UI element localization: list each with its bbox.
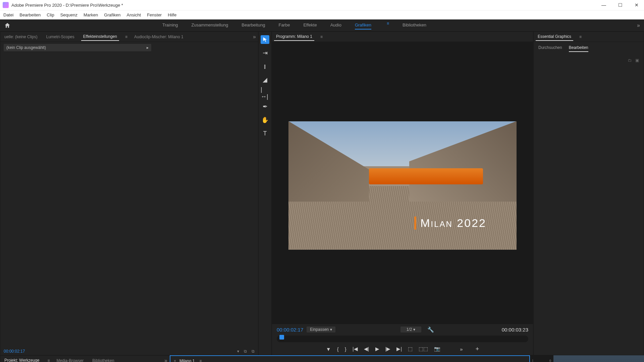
menubar: DateiBearbeitenClipSequenzMarkenGrafiken… [0,10,644,19]
no-clip-message: (kein Clip ausgewählt) ▸ [4,44,151,51]
sequence-name[interactable]: Milano 1 [179,359,195,362]
source-tab[interactable]: Effekteinstellungen [81,33,119,41]
workspace-bearbeitung[interactable]: Bearbeitung [241,21,265,29]
project-tab[interactable]: Projekt: Werkzeuge [2,357,42,362]
workspace-training[interactable]: Training [162,21,178,29]
meter-scale: |0 [532,359,551,362]
step-fwd-icon[interactable]: ⧉ [252,349,255,354]
mark-in-button[interactable]: { [337,346,339,352]
menu-clip[interactable]: Clip [47,12,54,17]
selection-tool[interactable] [261,35,269,44]
source-panel: uelle: (keine Clips)Lumetri-ScopesEffekt… [0,32,258,355]
button-editor[interactable]: + [476,346,479,353]
essential-graphics-tab[interactable]: Essential Graphics [536,33,573,41]
menu-datei[interactable]: Datei [3,12,13,17]
workspace-effekte[interactable]: Effekte [303,21,317,29]
menu-fenster[interactable]: Fenster [147,12,162,17]
folder-icon[interactable]: 🗀 [628,58,632,63]
step-back-icon[interactable]: ⧉ [244,349,247,354]
minimize-button[interactable]: — [599,2,609,8]
hand-tool[interactable]: ✋ [261,116,269,124]
fit-dropdown[interactable]: Einpassen ▾ [307,326,335,333]
settings-icon[interactable]: 🔧 [427,326,434,333]
track-select-tool[interactable]: ⇥ [261,49,269,57]
program-timecode-in[interactable]: 00:00:02:17 [277,327,303,333]
workspace-audio[interactable]: Audio [330,21,341,29]
window-title: Adobe Premiere Pro 2020 - D:\Premiere Pr… [11,3,123,8]
program-timecode-out: 00:00:03:23 [502,327,528,333]
razor-tool[interactable]: ◢ [261,75,269,84]
button-editor-overflow[interactable]: » [460,346,463,352]
video-preview[interactable]: Milan 2022 [288,121,517,250]
step-forward-button[interactable]: |▶ [385,346,391,352]
menu-bearbeiten[interactable]: Bearbeiten [19,12,41,17]
expand-icon[interactable]: ▸ [147,45,149,50]
menu-marken[interactable]: Marken [84,12,98,17]
maximize-button[interactable]: ☐ [615,2,625,8]
essential-graphics-panel: Essential Graphics ≡ DurchsuchenBearbeit… [533,32,644,355]
project-tab[interactable]: Media-Browser [55,357,86,362]
mark-out-button[interactable]: } [345,346,346,352]
titlebar: Adobe Premiere Pro 2020 - D:\Premiere Pr… [0,0,644,10]
source-tab[interactable]: Lumetri-Scopes [44,33,76,41]
timeline-panel: × Milano 1 ≡ 00:00:02:17 ⬡ ∩ ▼ ▾ 🔧 🔒 V6 … [170,355,530,362]
menu-sequenz[interactable]: Sequenz [60,12,77,17]
layer-icon[interactable]: ▣ [635,58,639,63]
go-to-in-button[interactable]: |◀ [353,346,358,352]
workspace-zusammenstellung[interactable]: Zusammenstellung [191,21,228,29]
tools-panel: ⇥ ⫿ ◢ |↔| ✒ ✋ T [258,32,272,355]
eg-tab-durchsuchen[interactable]: Durchsuchen [538,45,562,52]
source-tab[interactable]: uelle: (keine Clips) [2,33,40,41]
panel-menu-icon[interactable]: ≡ [579,35,582,39]
type-tool[interactable]: T [261,129,269,138]
ripple-edit-tool[interactable]: ⫿ [261,62,269,71]
webcam-overlay [553,355,644,362]
project-tab[interactable]: Bibliotheken [90,357,116,362]
title-graphic: Milan 2022 [414,217,486,230]
panel-menu-icon[interactable]: ≡ [48,358,50,362]
lift-button[interactable]: ⬚ [408,346,413,352]
source-timecode[interactable]: 00:00:02:17 [4,349,25,354]
source-tab[interactable]: Audioclip-Mischer: Milano 1 [132,33,185,41]
filter-icon[interactable]: ▾ [237,349,239,354]
program-scrubber[interactable] [277,336,528,342]
panel-overflow[interactable]: » [164,358,167,362]
eg-tab-bearbeiten[interactable]: Bearbeiten [569,45,588,52]
play-button[interactable]: ▶ [375,346,379,352]
menu-ansicht[interactable]: Ansicht [126,12,141,17]
close-button[interactable]: ✕ [632,2,641,8]
slip-tool[interactable]: |↔| [261,89,269,98]
menu-grafiken[interactable]: Grafiken [104,12,120,17]
workspace-grafiken[interactable]: Grafiken [355,21,371,29]
audio-meters: |0|-6|-12|-18|-24|-30|-36|-42|-48|-54|--… [530,355,553,362]
extract-button[interactable]: ⬚⬚ [419,346,428,352]
panel-menu-icon[interactable]: ≡ [320,35,323,39]
menu-hilfe[interactable]: Hilfe [168,12,176,17]
workspace-bibliotheken[interactable]: Bibliotheken [402,21,426,29]
step-back-button[interactable]: ◀| [364,346,369,352]
go-to-out-button[interactable]: ▶| [396,346,402,352]
panel-overflow[interactable]: » [253,34,256,40]
workspace-bar: TrainingZusammenstellungBearbeitungFarbe… [0,19,644,32]
scale-dropdown[interactable]: 1/2 ▾ [400,326,421,333]
project-panel: Projekt: Werkzeuge≡Media-BrowserBiblioth… [0,355,170,362]
workspace-overflow[interactable]: » [637,22,640,28]
program-tab[interactable]: Programm: Milano 1 [274,33,314,41]
panel-menu-icon[interactable]: ≡ [199,359,202,362]
app-logo [3,2,9,8]
program-monitor: Programm: Milano 1 ≡ Milan 2022 00:00:02… [272,32,533,355]
home-button[interactable] [4,22,11,29]
add-marker-button[interactable]: ▼ [326,346,331,352]
close-sequence[interactable]: × [174,359,176,362]
workspace-farbe[interactable]: Farbe [278,21,290,29]
pen-tool[interactable]: ✒ [261,102,269,111]
export-frame-button[interactable]: 📷 [434,346,440,352]
panel-menu-icon[interactable]: ≡ [125,35,127,39]
workspace-menu-icon[interactable]: ≡ [387,21,389,29]
